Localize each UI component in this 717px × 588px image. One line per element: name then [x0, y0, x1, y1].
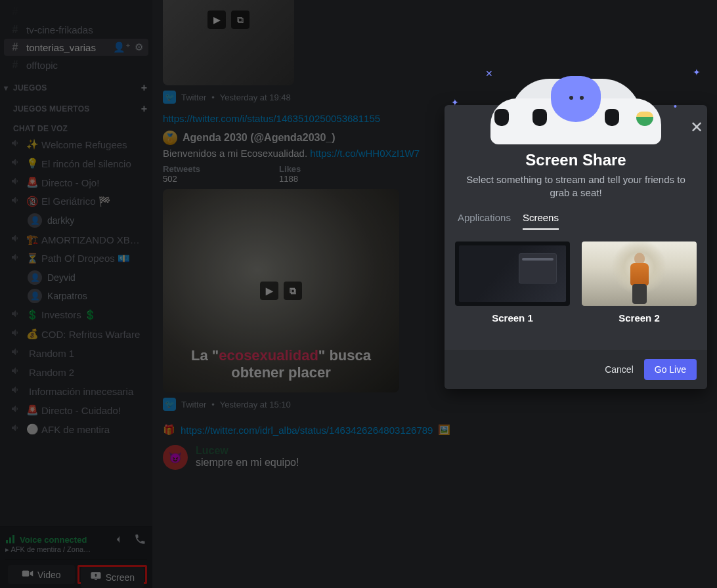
screen-share-modal: ✕ ✦ ✕ ✦ • Screen Share Select something … [445, 105, 707, 389]
screen-option-1[interactable]: Screen 1 [455, 242, 570, 324]
sparkle-icon: ✦ [693, 67, 701, 77]
modal-title: Screen Share [445, 151, 707, 169]
screen-thumbnail [455, 242, 570, 306]
sparkle-icon: ✦ [451, 97, 459, 108]
screen-option-2[interactable]: Screen 2 [582, 242, 697, 324]
screen-thumbnail [582, 242, 697, 306]
modal-tabs: Applications Screens [445, 200, 707, 230]
wumpus-icon [551, 76, 601, 122]
sparkle-icon: • [674, 101, 677, 112]
modal-subtitle: Select something to stream and tell your… [445, 169, 707, 200]
modal-hero: ✦ ✕ ✦ • [445, 66, 707, 144]
go-live-button[interactable]: Go Live [644, 359, 697, 380]
modal-footer: Cancel Go Live [445, 350, 707, 389]
tab-screens[interactable]: Screens [523, 212, 559, 230]
tab-applications[interactable]: Applications [458, 212, 511, 230]
screens-grid: Screen 1 Screen 2 [445, 230, 707, 350]
sparkle-icon: ✕ [485, 68, 493, 79]
cancel-button[interactable]: Cancel [605, 364, 634, 375]
